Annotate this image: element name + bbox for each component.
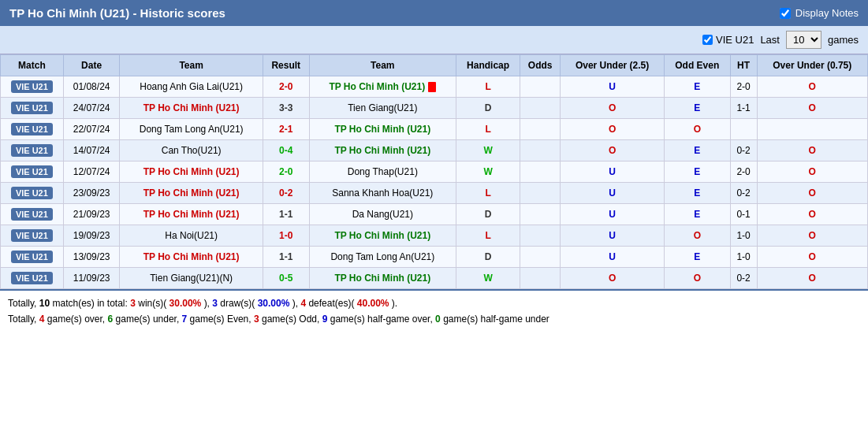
col-over-under-075: Over Under (0.75) xyxy=(757,55,867,76)
cell-result-type: W xyxy=(456,140,520,161)
table-row: VIE U2101/08/24Hoang Anh Gia Lai(U21)2-0… xyxy=(1,76,868,98)
cell-date: 21/09/23 xyxy=(63,204,120,225)
cell-result: 3-3 xyxy=(263,98,309,119)
cell-handicap xyxy=(520,98,561,119)
cell-odd-even: E xyxy=(664,140,730,161)
cell-result: 0-4 xyxy=(263,140,309,161)
win-suffix: ), xyxy=(204,298,213,309)
cell-team2: TP Ho Chi Minh (U21) xyxy=(309,225,456,247)
cell-over-under-2: O xyxy=(757,204,867,225)
cell-odd-even: O xyxy=(664,225,730,247)
page-wrapper: TP Ho Chi Minh (U21) - Historic scores D… xyxy=(0,0,868,332)
cell-team2: TP Ho Chi Minh (U21) xyxy=(309,140,456,161)
col-team2: Team xyxy=(309,55,456,76)
cell-over-under: U xyxy=(561,161,665,183)
cell-handicap xyxy=(520,204,561,225)
games-select[interactable]: 10 5 15 20 25 30 xyxy=(786,31,821,49)
cell-odd-even: E xyxy=(664,98,730,119)
cell-ht: 1-1 xyxy=(730,98,757,119)
cell-date: 12/07/24 xyxy=(63,161,120,183)
draws-count: 3 xyxy=(212,298,218,309)
cell-team1: Dong Tam Long An(U21) xyxy=(120,119,263,140)
league-badge: VIE U21 xyxy=(11,123,53,135)
cell-date: 19/09/23 xyxy=(63,225,120,247)
filter-bar: VIE U21 Last 10 5 15 20 25 30 games xyxy=(0,26,868,54)
display-notes-label: Display Notes xyxy=(795,7,859,19)
league-checkbox[interactable] xyxy=(702,35,713,45)
col-date: Date xyxy=(63,55,120,76)
cell-handicap xyxy=(520,183,561,204)
cell-over-under: U xyxy=(561,204,665,225)
cell-over-under: O xyxy=(561,140,665,161)
cell-result-type: W xyxy=(456,268,520,289)
cell-league: VIE U21 xyxy=(1,76,64,98)
cell-handicap xyxy=(520,161,561,183)
defeat-pct: 40.00% xyxy=(357,298,389,309)
cell-result-type: L xyxy=(456,119,520,140)
cell-league: VIE U21 xyxy=(1,161,64,183)
cell-team1: TP Ho Chi Minh (U21) xyxy=(120,98,263,119)
table-row: VIE U2124/07/24TP Ho Chi Minh (U21)3-3Ti… xyxy=(1,98,868,119)
footer: Totally, 10 match(es) in total: 3 win(s)… xyxy=(0,289,868,332)
cell-result: 2-0 xyxy=(263,76,309,98)
cell-over-under: O xyxy=(561,119,665,140)
games-odd: 3 xyxy=(254,314,259,325)
footer-line2: Totally, 4 game(s) over, 6 game(s) under… xyxy=(8,311,860,327)
cell-ht xyxy=(730,119,757,140)
cell-over-under-2: O xyxy=(757,268,867,289)
cell-over-under-2: O xyxy=(757,247,867,268)
cell-odd-even: E xyxy=(664,247,730,268)
cell-ht: 1-0 xyxy=(730,247,757,268)
cell-ht: 0-2 xyxy=(730,183,757,204)
header: TP Ho Chi Minh (U21) - Historic scores D… xyxy=(0,0,868,26)
cell-over-under: O xyxy=(561,268,665,289)
games-half-under: 0 xyxy=(435,314,441,325)
cell-team1: Ha Noi(U21) xyxy=(120,225,263,247)
col-result: Result xyxy=(263,55,309,76)
cell-odd-even: O xyxy=(664,119,730,140)
games-half-over: 9 xyxy=(322,314,328,325)
cell-result-type: W xyxy=(456,161,520,183)
cell-league: VIE U21 xyxy=(1,119,64,140)
cell-ht: 2-0 xyxy=(730,76,757,98)
table-row: VIE U2121/09/23TP Ho Chi Minh (U21)1-1Da… xyxy=(1,204,868,225)
table-row: VIE U2122/07/24Dong Tam Long An(U21)2-1T… xyxy=(1,119,868,140)
cell-handicap xyxy=(520,268,561,289)
table-row: VIE U2112/07/24TP Ho Chi Minh (U21)2-0Do… xyxy=(1,161,868,183)
draw-label: draw(s)( xyxy=(220,298,255,309)
cell-team1: TP Ho Chi Minh (U21) xyxy=(120,161,263,183)
cell-handicap xyxy=(520,140,561,161)
cell-date: 11/09/23 xyxy=(63,268,120,289)
cell-team2: Dong Tam Long An(U21) xyxy=(309,247,456,268)
cell-team2: TP Ho Chi Minh (U21) xyxy=(309,76,456,98)
cell-result-type: L xyxy=(456,225,520,247)
cell-handicap xyxy=(520,76,561,98)
cell-result: 0-5 xyxy=(263,268,309,289)
league-badge: VIE U21 xyxy=(11,102,53,114)
col-over-under-25: Over Under (2.5) xyxy=(561,55,665,76)
defeats-count: 4 xyxy=(300,298,306,309)
cell-handicap xyxy=(520,225,561,247)
cell-team1: TP Ho Chi Minh (U21) xyxy=(120,247,263,268)
cell-result-type: L xyxy=(456,76,520,98)
league-filter: VIE U21 xyxy=(702,34,754,46)
cell-over-under-2: O xyxy=(757,76,867,98)
cell-over-under-2: O xyxy=(757,183,867,204)
table-body: VIE U2101/08/24Hoang Anh Gia Lai(U21)2-0… xyxy=(1,76,868,289)
cell-team1: TP Ho Chi Minh (U21) xyxy=(120,204,263,225)
cell-ht: 0-2 xyxy=(730,140,757,161)
win-label: win(s)( xyxy=(138,298,166,309)
draw-suffix: ), xyxy=(292,298,301,309)
cell-ht: 2-0 xyxy=(730,161,757,183)
cell-team1: Hoang Anh Gia Lai(U21) xyxy=(120,76,263,98)
cell-league: VIE U21 xyxy=(1,183,64,204)
cell-over-under: U xyxy=(561,247,665,268)
display-notes-checkbox[interactable] xyxy=(780,8,791,19)
footer-line1: Totally, 10 match(es) in total: 3 win(s)… xyxy=(8,295,860,311)
cell-result: 1-0 xyxy=(263,225,309,247)
cell-ht: 0-1 xyxy=(730,204,757,225)
table-header-row: Match Date Team Result Team Handicap Odd… xyxy=(1,55,868,76)
league-badge: VIE U21 xyxy=(11,272,53,284)
games-even: 7 xyxy=(182,314,188,325)
cell-handicap xyxy=(520,119,561,140)
